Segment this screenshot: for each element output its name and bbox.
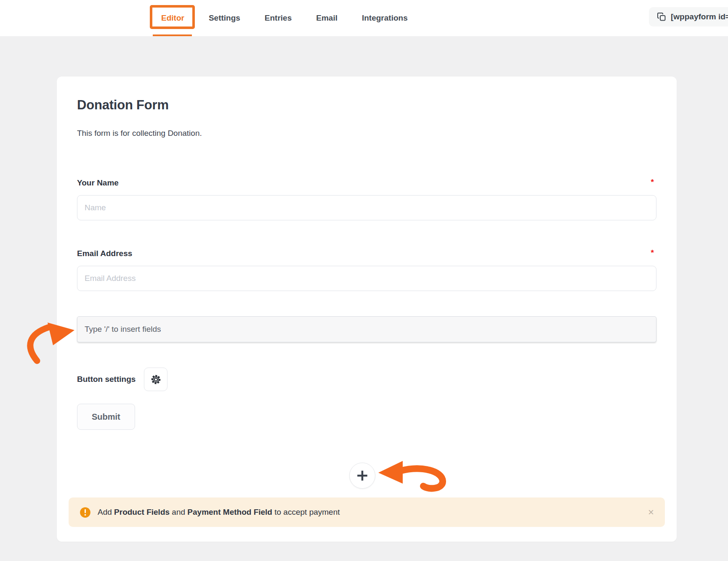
notice-close-icon[interactable]: × bbox=[648, 507, 654, 517]
tab-settings[interactable]: Settings bbox=[209, 0, 240, 36]
tab-entries[interactable]: Entries bbox=[265, 0, 292, 36]
shortcode-copy-button[interactable]: [wppayform id= bbox=[649, 7, 728, 26]
form-title: Donation Form bbox=[77, 97, 656, 114]
tab-email[interactable]: Email bbox=[316, 0, 337, 36]
submit-button[interactable]: Submit bbox=[77, 404, 135, 430]
gear-icon bbox=[150, 374, 162, 385]
tab-integrations[interactable]: Integrations bbox=[362, 0, 408, 36]
field-your-name-header: Your Name * bbox=[77, 177, 656, 188]
warning-icon bbox=[80, 507, 91, 518]
email-input[interactable] bbox=[77, 266, 656, 291]
tab-bar: Editor Settings Entries Email Integratio… bbox=[161, 0, 408, 36]
required-asterisk: * bbox=[651, 248, 654, 257]
name-input[interactable] bbox=[77, 195, 656, 220]
shortcode-label: [wppayform id= bbox=[671, 12, 728, 21]
plus-icon bbox=[355, 468, 370, 483]
form-description: This form is for collecting Donation. bbox=[77, 128, 656, 139]
add-field-area bbox=[72, 463, 652, 489]
tab-editor[interactable]: Editor bbox=[161, 0, 184, 36]
notice-text: Add Product Fields and Payment Method Fi… bbox=[98, 508, 340, 517]
field-your-name-label: Your Name bbox=[77, 177, 119, 188]
button-settings-row: Button settings bbox=[77, 368, 656, 391]
page: Editor Settings Entries Email Integratio… bbox=[0, 0, 728, 561]
button-settings-label: Button settings bbox=[77, 375, 136, 384]
insert-fields-input[interactable]: Type '/' to insert fields bbox=[77, 316, 656, 342]
copy-icon bbox=[656, 12, 667, 22]
required-asterisk: * bbox=[651, 177, 654, 187]
payment-notice: Add Product Fields and Payment Method Fi… bbox=[69, 497, 665, 527]
field-email-label: Email Address bbox=[77, 248, 132, 259]
form-card: Donation Form This form is for collectin… bbox=[57, 77, 677, 542]
field-email-header: Email Address * bbox=[77, 248, 656, 259]
tab-editor-label: Editor bbox=[161, 13, 184, 23]
add-field-button[interactable] bbox=[349, 463, 375, 489]
button-settings-gear-button[interactable] bbox=[144, 368, 167, 391]
top-nav: Editor Settings Entries Email Integratio… bbox=[0, 0, 728, 36]
active-tab-underline bbox=[153, 34, 192, 36]
